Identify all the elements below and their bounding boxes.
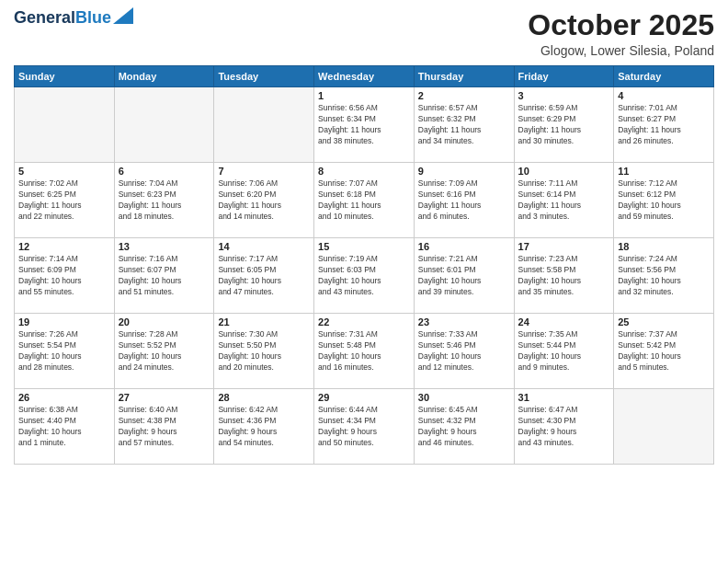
svg-marker-0 (113, 7, 133, 24)
day-number: 7 (218, 166, 310, 177)
day-number: 15 (318, 241, 410, 252)
column-header-wednesday: Wednesday (314, 66, 415, 87)
day-cell: 3Sunrise: 6:59 AM Sunset: 6:29 PM Daylig… (514, 87, 614, 163)
day-number: 4 (618, 90, 710, 101)
main-title: October 2025 (528, 9, 714, 41)
day-cell: 28Sunrise: 6:42 AM Sunset: 4:36 PM Dayli… (214, 389, 314, 465)
day-cell: 23Sunrise: 7:33 AM Sunset: 5:46 PM Dayli… (414, 314, 514, 389)
day-info: Sunrise: 7:24 AM Sunset: 5:56 PM Dayligh… (618, 254, 710, 298)
column-header-friday: Friday (514, 66, 614, 87)
day-info: Sunrise: 7:30 AM Sunset: 5:50 PM Dayligh… (218, 329, 310, 373)
day-number: 27 (119, 392, 210, 403)
calendar: SundayMondayTuesdayWednesdayThursdayFrid… (14, 65, 714, 465)
day-info: Sunrise: 7:31 AM Sunset: 5:48 PM Dayligh… (318, 329, 410, 373)
day-info: Sunrise: 6:42 AM Sunset: 4:36 PM Dayligh… (218, 405, 310, 449)
day-info: Sunrise: 6:45 AM Sunset: 4:32 PM Dayligh… (418, 405, 510, 449)
day-cell: 21Sunrise: 7:30 AM Sunset: 5:50 PM Dayli… (214, 314, 314, 389)
day-cell: 19Sunrise: 7:26 AM Sunset: 5:54 PM Dayli… (15, 314, 115, 389)
day-number: 30 (418, 392, 510, 403)
day-info: Sunrise: 6:59 AM Sunset: 6:29 PM Dayligh… (518, 103, 610, 147)
day-cell: 8Sunrise: 7:07 AM Sunset: 6:18 PM Daylig… (314, 163, 415, 238)
day-cell: 2Sunrise: 6:57 AM Sunset: 6:32 PM Daylig… (414, 87, 514, 163)
day-info: Sunrise: 6:44 AM Sunset: 4:34 PM Dayligh… (318, 405, 410, 449)
day-info: Sunrise: 7:04 AM Sunset: 6:23 PM Dayligh… (119, 178, 210, 223)
day-cell: 1Sunrise: 6:56 AM Sunset: 6:34 PM Daylig… (314, 87, 415, 163)
day-number: 31 (518, 392, 610, 403)
day-number: 12 (18, 241, 110, 252)
column-header-monday: Monday (114, 66, 214, 87)
week-row-1: 1Sunrise: 6:56 AM Sunset: 6:34 PM Daylig… (15, 87, 714, 163)
day-number: 3 (518, 90, 610, 101)
day-cell: 5Sunrise: 7:02 AM Sunset: 6:25 PM Daylig… (15, 163, 115, 238)
day-cell: 18Sunrise: 7:24 AM Sunset: 5:56 PM Dayli… (614, 238, 714, 314)
day-info: Sunrise: 7:19 AM Sunset: 6:03 PM Dayligh… (318, 254, 410, 298)
day-number: 11 (618, 166, 710, 177)
day-info: Sunrise: 7:33 AM Sunset: 5:46 PM Dayligh… (418, 329, 510, 373)
day-number: 17 (518, 241, 610, 252)
day-cell (114, 87, 214, 163)
day-number: 13 (119, 241, 210, 252)
day-cell: 27Sunrise: 6:40 AM Sunset: 4:38 PM Dayli… (114, 389, 214, 465)
day-number: 10 (518, 166, 610, 177)
day-cell: 12Sunrise: 7:14 AM Sunset: 6:09 PM Dayli… (15, 238, 115, 314)
week-row-3: 12Sunrise: 7:14 AM Sunset: 6:09 PM Dayli… (15, 238, 714, 314)
day-info: Sunrise: 7:12 AM Sunset: 6:12 PM Dayligh… (618, 178, 710, 223)
day-number: 1 (318, 90, 410, 101)
day-info: Sunrise: 7:14 AM Sunset: 6:09 PM Dayligh… (18, 254, 110, 298)
day-number: 29 (318, 392, 410, 403)
day-cell (214, 87, 314, 163)
day-cell: 7Sunrise: 7:06 AM Sunset: 6:20 PM Daylig… (214, 163, 314, 238)
day-cell: 22Sunrise: 7:31 AM Sunset: 5:48 PM Dayli… (314, 314, 415, 389)
day-number: 23 (418, 316, 510, 327)
day-number: 24 (518, 316, 610, 327)
day-info: Sunrise: 6:47 AM Sunset: 4:30 PM Dayligh… (518, 405, 610, 449)
day-cell: 16Sunrise: 7:21 AM Sunset: 6:01 PM Dayli… (414, 238, 514, 314)
day-info: Sunrise: 7:07 AM Sunset: 6:18 PM Dayligh… (318, 178, 410, 223)
day-number: 5 (18, 166, 110, 177)
day-number: 19 (18, 316, 110, 327)
week-row-5: 26Sunrise: 6:38 AM Sunset: 4:40 PM Dayli… (15, 389, 714, 465)
day-number: 28 (218, 392, 310, 403)
logo-text: GeneralBlue (14, 9, 111, 26)
header: GeneralBlue October 2025 Glogow, Lower S… (14, 9, 714, 58)
day-info: Sunrise: 7:17 AM Sunset: 6:05 PM Dayligh… (218, 254, 310, 298)
day-cell: 6Sunrise: 7:04 AM Sunset: 6:23 PM Daylig… (114, 163, 214, 238)
day-info: Sunrise: 7:23 AM Sunset: 5:58 PM Dayligh… (518, 254, 610, 298)
day-info: Sunrise: 7:01 AM Sunset: 6:27 PM Dayligh… (618, 103, 710, 147)
day-info: Sunrise: 7:21 AM Sunset: 6:01 PM Dayligh… (418, 254, 510, 298)
day-cell: 17Sunrise: 7:23 AM Sunset: 5:58 PM Dayli… (514, 238, 614, 314)
day-cell: 4Sunrise: 7:01 AM Sunset: 6:27 PM Daylig… (614, 87, 714, 163)
logo-arrow-icon (113, 7, 133, 24)
day-info: Sunrise: 7:06 AM Sunset: 6:20 PM Dayligh… (218, 178, 310, 223)
day-cell: 31Sunrise: 6:47 AM Sunset: 4:30 PM Dayli… (514, 389, 614, 465)
day-cell: 26Sunrise: 6:38 AM Sunset: 4:40 PM Dayli… (15, 389, 115, 465)
day-cell (614, 389, 714, 465)
day-cell: 9Sunrise: 7:09 AM Sunset: 6:16 PM Daylig… (414, 163, 514, 238)
day-info: Sunrise: 7:26 AM Sunset: 5:54 PM Dayligh… (18, 329, 110, 373)
logo: GeneralBlue (14, 9, 133, 26)
day-number: 22 (318, 316, 410, 327)
day-info: Sunrise: 6:40 AM Sunset: 4:38 PM Dayligh… (119, 405, 210, 449)
day-number: 18 (618, 241, 710, 252)
day-cell: 14Sunrise: 7:17 AM Sunset: 6:05 PM Dayli… (214, 238, 314, 314)
day-cell: 11Sunrise: 7:12 AM Sunset: 6:12 PM Dayli… (614, 163, 714, 238)
day-info: Sunrise: 6:56 AM Sunset: 6:34 PM Dayligh… (318, 103, 410, 147)
day-number: 6 (119, 166, 210, 177)
day-number: 2 (418, 90, 510, 101)
day-info: Sunrise: 6:38 AM Sunset: 4:40 PM Dayligh… (18, 405, 110, 449)
page: GeneralBlue October 2025 Glogow, Lower S… (0, 0, 728, 563)
day-number: 16 (418, 241, 510, 252)
day-info: Sunrise: 6:57 AM Sunset: 6:32 PM Dayligh… (418, 103, 510, 147)
column-header-tuesday: Tuesday (214, 66, 314, 87)
day-number: 14 (218, 241, 310, 252)
column-header-saturday: Saturday (614, 66, 714, 87)
day-info: Sunrise: 7:28 AM Sunset: 5:52 PM Dayligh… (119, 329, 210, 373)
day-info: Sunrise: 7:16 AM Sunset: 6:07 PM Dayligh… (119, 254, 210, 298)
column-header-thursday: Thursday (414, 66, 514, 87)
column-header-sunday: Sunday (15, 66, 115, 87)
day-cell: 20Sunrise: 7:28 AM Sunset: 5:52 PM Dayli… (114, 314, 214, 389)
day-cell (15, 87, 115, 163)
calendar-header-row: SundayMondayTuesdayWednesdayThursdayFrid… (15, 66, 714, 87)
day-info: Sunrise: 7:37 AM Sunset: 5:42 PM Dayligh… (618, 329, 710, 373)
day-cell: 24Sunrise: 7:35 AM Sunset: 5:44 PM Dayli… (514, 314, 614, 389)
